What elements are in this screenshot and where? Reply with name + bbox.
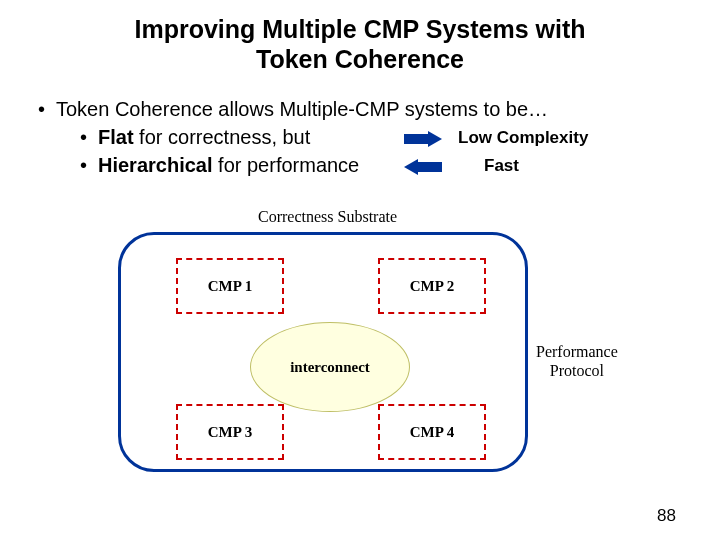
bullet-main-text: Token Coherence allows Multiple-CMP syst… bbox=[56, 98, 548, 120]
bullet-sub2: •Hierarchical for performance bbox=[80, 154, 359, 177]
fast-label: Fast bbox=[484, 156, 519, 176]
perf-l1: Performance bbox=[536, 343, 618, 360]
bullet-sub1: •Flat for correctness, but bbox=[80, 126, 310, 149]
bullet-main: •Token Coherence allows Multiple-CMP sys… bbox=[38, 98, 548, 121]
correctness-substrate-label: Correctness Substrate bbox=[258, 208, 397, 226]
arrow-right-icon bbox=[404, 131, 442, 147]
interconnect-node: interconnect bbox=[250, 322, 410, 412]
cmp3-label: CMP 3 bbox=[208, 424, 253, 441]
perf-l2: Protocol bbox=[550, 362, 604, 379]
bullet-sub2-bold: Hierarchical bbox=[98, 154, 213, 176]
low-complexity-label: Low Complexity bbox=[458, 128, 588, 148]
cmp4-label: CMP 4 bbox=[410, 424, 455, 441]
cmp3-box: CMP 3 bbox=[176, 404, 284, 460]
cmp1-label: CMP 1 bbox=[208, 278, 253, 295]
bullet-sub1-rest: for correctness, but bbox=[134, 126, 311, 148]
bullet-sub2-rest: for performance bbox=[213, 154, 360, 176]
bullet-sub1-bold: Flat bbox=[98, 126, 134, 148]
interconnect-label: interconnect bbox=[290, 359, 370, 376]
cmp2-box: CMP 2 bbox=[378, 258, 486, 314]
cmp1-box: CMP 1 bbox=[176, 258, 284, 314]
bullet-dot: • bbox=[80, 126, 98, 149]
title-line2: Token Coherence bbox=[256, 45, 464, 73]
page-number: 88 bbox=[657, 506, 676, 526]
title-line1: Improving Multiple CMP Systems with bbox=[135, 15, 586, 43]
bullet-dot: • bbox=[80, 154, 98, 177]
slide-title: Improving Multiple CMP Systems with Toke… bbox=[0, 14, 720, 74]
cmp2-label: CMP 2 bbox=[410, 278, 455, 295]
performance-protocol-label: Performance Protocol bbox=[536, 342, 618, 380]
bullet-dot: • bbox=[38, 98, 56, 121]
cmp4-box: CMP 4 bbox=[378, 404, 486, 460]
arrow-left-icon bbox=[404, 159, 442, 175]
